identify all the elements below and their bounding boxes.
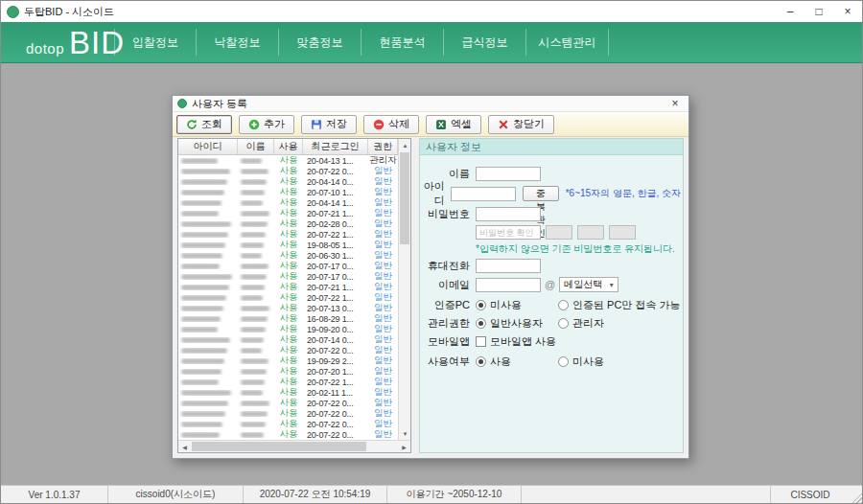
- cell-name-blurred: [238, 432, 274, 438]
- cell-name-blurred: [238, 401, 274, 406]
- admin-radio-normal[interactable]: [476, 318, 486, 329]
- cell-id-blurred: [178, 263, 238, 269]
- cell-name-blurred: [238, 316, 274, 322]
- column-header-2[interactable]: 사용: [274, 139, 303, 154]
- cell-name-blurred: [238, 179, 274, 185]
- toolbar-button-label: 삭제: [388, 117, 409, 131]
- cell-id-blurred: [178, 348, 238, 354]
- id-field[interactable]: [451, 187, 516, 201]
- cell-last-login: 20-07-22 1...: [303, 293, 368, 303]
- mobile-app-checkbox-label: 모바일앱 사용: [490, 334, 556, 349]
- cell-last-login: 20-07-17 0...: [303, 262, 368, 271]
- cell-last-login: 20-07-22 0...: [303, 399, 368, 408]
- admin-radio-admin[interactable]: [558, 318, 569, 329]
- duplicate-check-button[interactable]: 중복확인: [523, 186, 559, 201]
- cell-name-blurred: [238, 190, 274, 195]
- use-status-label: 사용여부: [420, 355, 470, 369]
- column-header-0[interactable]: 아이디: [178, 139, 238, 154]
- cell-last-login: 20-02-11 1...: [303, 388, 368, 398]
- auth-pc-radio-only[interactable]: [558, 300, 569, 310]
- dialog-body: 아이디이름사용최근로그인권한 사용20-04-13 1...관리자사용20-07…: [177, 138, 684, 453]
- scroll-left-icon[interactable]: ◀: [178, 441, 191, 453]
- phone-label: 휴대전화: [420, 259, 470, 273]
- nav-item-2[interactable]: 맞춤정보: [279, 29, 362, 56]
- cell-name-blurred: [238, 253, 274, 259]
- cell-role: 일반: [368, 428, 398, 440]
- dialog-icon: [177, 99, 187, 108]
- use-radio-used[interactable]: [476, 356, 486, 367]
- name-field[interactable]: [476, 167, 541, 181]
- horizontal-scroll-thumb[interactable]: [192, 442, 366, 451]
- nav-item-4[interactable]: 급식정보: [444, 29, 526, 56]
- horizontal-scrollbar[interactable]: ◀ ▶: [178, 440, 410, 452]
- column-header-3[interactable]: 최근로그인: [303, 139, 368, 154]
- cell-name-blurred: [238, 390, 274, 396]
- delete-button[interactable]: 삭제: [363, 115, 419, 134]
- minimize-button[interactable]: –: [776, 1, 805, 22]
- cell-id-blurred: [178, 169, 238, 174]
- toolbar-button-label: 추가: [264, 117, 285, 131]
- nav-item-5[interactable]: 시스템관리: [526, 29, 609, 56]
- column-header-1[interactable]: 이름: [238, 139, 274, 154]
- scroll-down-icon[interactable]: ▼: [399, 427, 411, 440]
- main-nav: 입찰정보낙찰정보맞춤정보현품분석급식정보시스템관리: [114, 29, 609, 56]
- cell-name-blurred: [238, 379, 274, 385]
- cell-last-login: 20-02-28 0...: [303, 219, 368, 229]
- cell-id-blurred: [178, 253, 238, 259]
- nav-item-1[interactable]: 낙찰정보: [197, 29, 279, 56]
- password-confirm-field[interactable]: [476, 225, 541, 240]
- auth-pc-radio-unused[interactable]: [476, 300, 486, 310]
- id-label: 아이디: [420, 179, 445, 208]
- password-extra-box-2: [577, 225, 604, 240]
- nav-item-3[interactable]: 현품분석: [362, 29, 444, 56]
- close-window-button[interactable]: 창닫기: [488, 115, 554, 134]
- close-button[interactable]: ×: [833, 1, 862, 22]
- cell-name-blurred: [238, 422, 274, 427]
- mobile-app-checkbox[interactable]: [476, 336, 486, 347]
- email-field[interactable]: [476, 278, 541, 292]
- cell-id-blurred: [178, 211, 238, 217]
- cell-id-blurred: [178, 285, 238, 290]
- cell-name-blurred: [238, 411, 274, 417]
- window-titlebar: 두탑BID - 시소이드 – □ ×: [1, 1, 862, 22]
- vertical-scroll-thumb[interactable]: [400, 152, 409, 244]
- email-domain-select[interactable]: 메일선택 ▼: [559, 277, 618, 292]
- excel-button[interactable]: 엑셀: [426, 115, 481, 134]
- cell-id-blurred: [178, 316, 238, 322]
- status-user: cissoid0(시소이드): [108, 486, 244, 503]
- cell-last-login: 20-07-21 1...: [303, 283, 368, 292]
- use-radio-unused[interactable]: [558, 356, 569, 367]
- maximize-button[interactable]: □: [805, 1, 833, 22]
- scroll-up-icon[interactable]: ▲: [399, 139, 411, 151]
- cell-name-blurred: [238, 337, 274, 343]
- column-header-4[interactable]: 권한: [368, 139, 398, 154]
- cell-id-blurred: [178, 200, 238, 206]
- dialog-title: 사용자 등록: [192, 97, 247, 111]
- cell-name-blurred: [238, 285, 274, 290]
- use-option-used: 사용: [490, 355, 511, 369]
- cell-name-blurred: [238, 221, 274, 227]
- vertical-scrollbar[interactable]: ▲ ▼: [398, 139, 410, 440]
- password-hint: *입력하지 않으면 기존 비밀번호로 유지됩니다.: [476, 242, 675, 256]
- password-label: 비밀번호: [420, 207, 470, 221]
- table-rows: 사용20-04-13 1...관리자사용20-07-22 0...일반사용20-…: [178, 155, 398, 440]
- table-row[interactable]: 사용20-07-22 0...일반: [178, 429, 398, 440]
- cell-last-login: 20-07-13 0...: [303, 304, 368, 313]
- add-button[interactable]: 추가: [239, 115, 294, 134]
- dialog-titlebar: 사용자 등록 ×: [173, 96, 688, 112]
- cell-id-blurred: [178, 327, 238, 332]
- cell-last-login: 16-08-29 1...: [303, 314, 368, 324]
- app-icon: [7, 6, 19, 18]
- query-button[interactable]: 조회: [176, 115, 232, 134]
- scroll-right-icon[interactable]: ▶: [398, 441, 410, 453]
- phone-field[interactable]: [476, 259, 541, 273]
- password-field[interactable]: [476, 207, 541, 221]
- cell-name-blurred: [238, 358, 274, 364]
- resize-grip-icon[interactable]: [850, 491, 862, 503]
- cell-name-blurred: [238, 169, 274, 174]
- nav-item-0[interactable]: 입찰정보: [114, 29, 197, 56]
- save-button[interactable]: 저장: [301, 115, 357, 134]
- cell-last-login: 20-06-30 1...: [303, 251, 368, 261]
- cell-name-blurred: [238, 200, 274, 206]
- dialog-close-button[interactable]: ×: [666, 97, 684, 110]
